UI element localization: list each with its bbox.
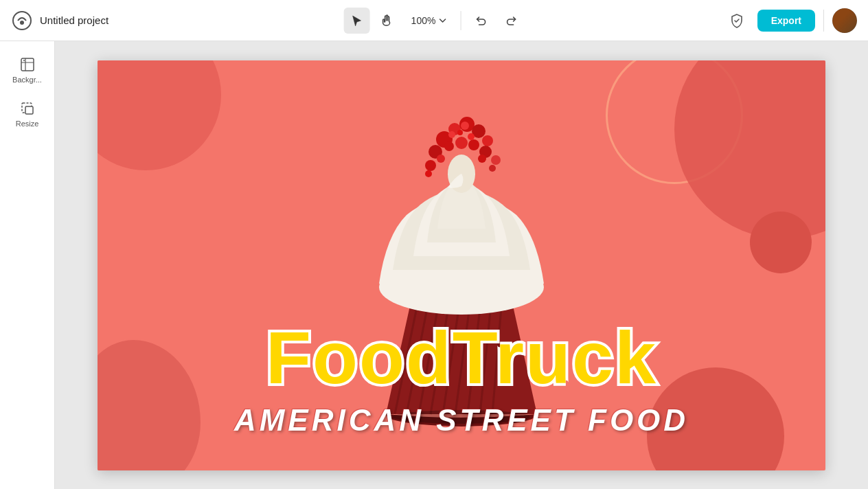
header-divider <box>460 11 461 30</box>
svg-point-31 <box>468 133 475 140</box>
svg-point-1 <box>20 21 24 25</box>
background-label: Backgr... <box>12 76 42 84</box>
background-icon <box>19 56 36 73</box>
header-left: Untitled project <box>11 10 108 32</box>
svg-point-34 <box>425 170 432 177</box>
svg-point-30 <box>448 131 455 138</box>
foodtruck-title: FoodTruck <box>266 321 657 395</box>
export-button[interactable]: Export <box>757 10 815 32</box>
cursor-tool-button[interactable] <box>344 8 370 34</box>
svg-point-27 <box>425 160 436 171</box>
svg-point-20 <box>482 135 493 146</box>
resize-label: Resize <box>16 120 39 128</box>
svg-point-32 <box>457 130 463 135</box>
sidebar: Backgr... Resize <box>0 41 55 489</box>
svg-point-26 <box>491 155 501 165</box>
bg-shape-top-left <box>98 60 221 170</box>
sidebar-item-background[interactable]: Backgr... <box>5 49 49 91</box>
design-canvas[interactable]: FoodTruck AMERICAN STREET FOOD <box>98 60 825 470</box>
bg-shape-right <box>674 60 825 239</box>
zoom-level: 100% <box>411 15 436 26</box>
sidebar-item-resize[interactable]: Resize <box>5 93 49 135</box>
redo-button[interactable] <box>498 8 524 34</box>
zoom-control[interactable]: 100% <box>404 8 454 34</box>
header: Untitled project 100% <box>0 0 868 41</box>
header-center: 100% <box>344 8 525 34</box>
resize-icon <box>19 100 36 117</box>
avatar[interactable] <box>832 8 857 33</box>
foodtruck-title-container: FoodTruck <box>98 321 825 395</box>
hand-tool-button[interactable] <box>374 8 400 34</box>
svg-point-24 <box>468 139 479 150</box>
avatar-image <box>832 8 857 33</box>
svg-rect-4 <box>25 106 33 114</box>
svg-point-28 <box>437 155 445 163</box>
header-separator <box>823 10 824 32</box>
svg-point-33 <box>489 165 496 172</box>
svg-point-35 <box>461 122 469 130</box>
app-icon <box>11 10 33 32</box>
shield-button[interactable] <box>724 8 749 33</box>
header-right: Export <box>724 8 857 33</box>
bg-shape-mid-right <box>750 212 812 273</box>
main-layout: Backgr... Resize <box>0 41 868 489</box>
subtitle-text: AMERICAN STREET FOOD <box>234 403 689 437</box>
svg-point-23 <box>455 137 468 149</box>
project-title: Untitled project <box>40 14 108 26</box>
canvas-area: FoodTruck AMERICAN STREET FOOD <box>55 41 868 489</box>
svg-point-22 <box>444 141 454 151</box>
undo-button[interactable] <box>468 8 494 34</box>
svg-point-29 <box>478 155 486 163</box>
svg-rect-2 <box>21 58 34 71</box>
subtitle-container: AMERICAN STREET FOOD <box>98 403 825 437</box>
